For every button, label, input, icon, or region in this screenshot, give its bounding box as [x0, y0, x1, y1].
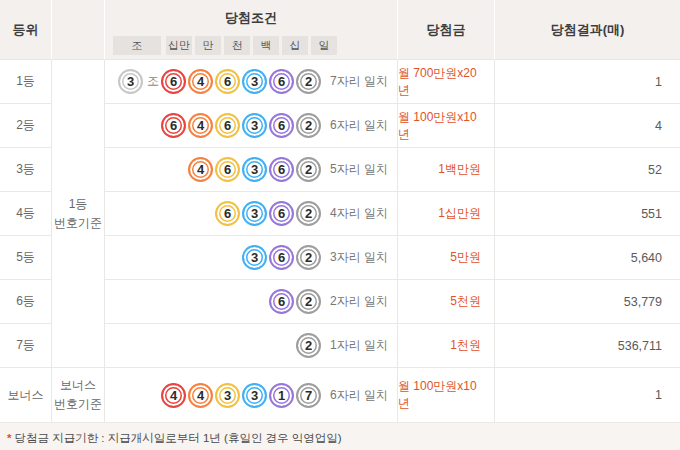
ball-slot: 2 — [295, 333, 322, 358]
lottery-ball: 4 — [188, 157, 213, 182]
result-count-cell: 1 — [495, 60, 680, 104]
ball-slot: 6 — [268, 69, 295, 94]
ball-slot: 6 — [214, 201, 241, 226]
digit-chips: 조십만만천백십일 — [105, 36, 397, 59]
match-label: 6자리 일치 — [330, 387, 397, 404]
rank-cell: 4등 — [0, 192, 52, 236]
lottery-ball: 3 — [118, 69, 143, 94]
col-header-rank: 등위 — [0, 0, 52, 60]
ball-slot: 2 — [295, 113, 322, 138]
result-count-cell: 5,640 — [495, 236, 680, 280]
lottery-ball: 6 — [215, 201, 240, 226]
ball-slot: 6 — [160, 69, 187, 94]
ball-slot: 6 — [214, 113, 241, 138]
ball-slot: 6 — [268, 157, 295, 182]
prize-cell: 1십만원 — [398, 192, 495, 236]
lottery-ball: 4 — [161, 383, 186, 408]
lottery-ball: 2 — [296, 201, 321, 226]
ball-slot: 4 — [160, 383, 187, 408]
col-header-condition: 당첨조건 조십만만천백십일 — [105, 0, 398, 60]
rank-cell: 2등 — [0, 104, 52, 148]
match-label: 7자리 일치 — [330, 73, 397, 90]
lottery-ball: 3 — [242, 113, 267, 138]
prize-cell: 월 100만원x10년 — [398, 368, 495, 423]
condition-cell: 4433176자리 일치 — [105, 368, 398, 423]
ball-slot: 6 — [268, 245, 295, 270]
rank-cell: 1등 — [0, 60, 52, 104]
lottery-ball: 6 — [269, 113, 294, 138]
ball-slot: 4 — [187, 383, 214, 408]
lottery-ball: 6 — [269, 157, 294, 182]
ball-slot: 6 — [268, 201, 295, 226]
digit-chip: 일 — [311, 36, 337, 55]
ball-slot: 3 — [241, 245, 268, 270]
lottery-ball: 3 — [215, 383, 240, 408]
ball-slot: 1 — [268, 383, 295, 408]
ball-slot: 4 — [187, 69, 214, 94]
jo-slot: 3조 — [118, 69, 160, 94]
footnote-text: 당첨금 지급기한 : 지급개시일로부터 1년 (휴일인 경우 익영업일) — [14, 432, 341, 444]
lottery-ball: 7 — [296, 383, 321, 408]
ball-slot: 6 — [268, 289, 295, 314]
match-label: 3자리 일치 — [330, 249, 397, 266]
lottery-ball: 3 — [242, 69, 267, 94]
lottery-ball: 2 — [296, 333, 321, 358]
ball-slot: 3 — [241, 201, 268, 226]
col-header-group-spacer — [52, 0, 105, 60]
digit-chip: 조 — [113, 36, 161, 55]
lottery-ball: 6 — [269, 289, 294, 314]
result-count-cell: 53,779 — [495, 280, 680, 324]
condition-cell: 6463626자리 일치 — [105, 104, 398, 148]
lottery-ball: 6 — [161, 69, 186, 94]
condition-cell: 3623자리 일치 — [105, 236, 398, 280]
rank-cell: 5등 — [0, 236, 52, 280]
result-count-cell: 52 — [495, 148, 680, 192]
match-label: 1자리 일치 — [330, 337, 397, 354]
ball-slot: 6 — [268, 113, 295, 138]
condition-cell: 622자리 일치 — [105, 280, 398, 324]
ball-slot: 2 — [295, 69, 322, 94]
result-count-cell: 536,711 — [495, 324, 680, 368]
ball-slot: 7 — [295, 383, 322, 408]
result-count-cell: 4 — [495, 104, 680, 148]
lottery-ball: 6 — [269, 69, 294, 94]
result-count-cell: 551 — [495, 192, 680, 236]
lottery-ball: 6 — [269, 245, 294, 270]
col-header-result: 당첨결과(매) — [495, 0, 680, 60]
lottery-ball: 4 — [188, 383, 213, 408]
condition-cell: 21자리 일치 — [105, 324, 398, 368]
col-header-prize: 당첨금 — [398, 0, 495, 60]
ball-slot: 6 — [160, 113, 187, 138]
ball-slot: 2 — [295, 289, 322, 314]
match-label: 4자리 일치 — [330, 205, 397, 222]
digit-chip: 십 — [282, 36, 308, 55]
prize-cell: 1천원 — [398, 324, 495, 368]
prize-cell: 5천원 — [398, 280, 495, 324]
bonus-basis-cell: 보너스번호기준 — [52, 368, 105, 423]
match-label: 6자리 일치 — [330, 117, 397, 134]
rank-cell: 7등 — [0, 324, 52, 368]
condition-cell: 3조6463627자리 일치 — [105, 60, 398, 104]
digit-chip: 천 — [224, 36, 250, 55]
footnote: *당첨금 지급기한 : 지급개시일로부터 1년 (휴일인 경우 익영업일) — [7, 431, 680, 446]
ball-slot: 3 — [241, 113, 268, 138]
match-label: 2자리 일치 — [330, 293, 397, 310]
rank-cell: 보너스 — [0, 368, 52, 423]
lottery-ball: 2 — [296, 157, 321, 182]
condition-cell: 463625자리 일치 — [105, 148, 398, 192]
lottery-ball: 6 — [215, 157, 240, 182]
digit-chip: 만 — [195, 36, 221, 55]
lottery-ball: 6 — [215, 113, 240, 138]
prize-cell: 1백만원 — [398, 148, 495, 192]
lottery-ball: 2 — [296, 289, 321, 314]
jo-unit-label: 조 — [147, 73, 159, 90]
digit-chip: 백 — [253, 36, 279, 55]
digit-chip: 십만 — [166, 36, 192, 55]
lottery-ball: 6 — [215, 69, 240, 94]
lottery-ball: 2 — [296, 245, 321, 270]
lottery-ball: 3 — [242, 157, 267, 182]
ball-slot: 2 — [295, 157, 322, 182]
condition-title: 당첨조건 — [105, 0, 397, 36]
ball-slot: 3 — [241, 383, 268, 408]
result-count-cell: 1 — [495, 368, 680, 423]
